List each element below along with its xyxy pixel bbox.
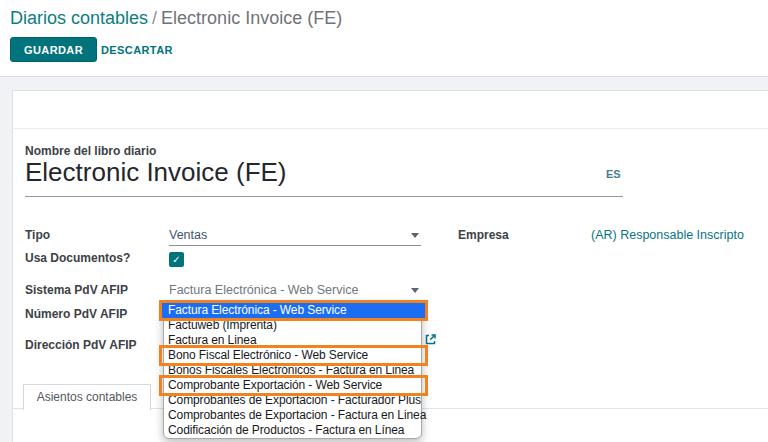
dropdown-option[interactable]: Factura Electrónica - Web Service xyxy=(162,303,425,318)
tipo-select[interactable]: Ventas xyxy=(169,228,207,242)
sistema-pdv-label: Sistema PdV AFIP xyxy=(25,283,128,297)
odoo-journal-form-screen: Diarios contables/Electronic Invoice (FE… xyxy=(0,0,768,442)
breadcrumb: Diarios contables/Electronic Invoice (FE… xyxy=(10,8,342,29)
dropdown-option[interactable]: Comprobante Exportación - Web Service xyxy=(162,378,425,393)
caret-down-icon[interactable] xyxy=(411,233,419,238)
discard-button[interactable]: DESCARTAR xyxy=(93,37,181,62)
usa-documentos-label: Usa Documentos? xyxy=(25,251,130,265)
empresa-label: Empresa xyxy=(458,228,509,242)
dropdown-option[interactable]: Factura en Linea xyxy=(164,333,421,348)
sistema-pdv-select[interactable]: Factura Electrónica - Web Service xyxy=(169,283,358,297)
dropdown-option[interactable]: Factuweb (Imprenta) xyxy=(164,318,421,333)
journal-name-label: Nombre del libro diario xyxy=(25,144,156,158)
usa-documentos-checkbox[interactable]: ✓ xyxy=(169,252,184,267)
form-statusbar xyxy=(13,91,768,129)
dropdown-option[interactable]: Bonos Fiscales Electrónicos - Factura en… xyxy=(164,363,421,378)
breadcrumb-separator: / xyxy=(148,8,161,28)
dropdown-option[interactable]: Comprobantes de Exportacion - Factura en… xyxy=(164,408,421,423)
numero-pdv-label: Número PdV AFIP xyxy=(25,307,127,321)
journal-name-input[interactable]: Electronic Invoice (FE) xyxy=(25,157,287,188)
journal-name-underline xyxy=(25,196,623,197)
dropdown-option[interactable]: Comprobantes de Exportacion - Facturador… xyxy=(164,393,421,408)
external-link-icon[interactable] xyxy=(424,332,437,350)
tab-asientos-contables[interactable]: Asientos contables xyxy=(23,384,151,410)
save-button[interactable]: GUARDAR xyxy=(10,37,97,62)
tipo-underline xyxy=(169,245,421,246)
translation-badge[interactable]: ES xyxy=(606,168,621,180)
sistema-pdv-dropdown: Factura Electrónica - Web Service Factuw… xyxy=(163,302,422,439)
control-panel: Diarios contables/Electronic Invoice (FE… xyxy=(0,0,768,77)
checkmark-icon: ✓ xyxy=(172,254,180,265)
direccion-pdv-label: Dirección PdV AFIP xyxy=(25,338,137,352)
breadcrumb-parent[interactable]: Diarios contables xyxy=(10,8,148,28)
dropdown-option[interactable]: Codificación de Productos - Factura en L… xyxy=(164,423,421,438)
dropdown-option[interactable]: Bono Fiscal Electrónico - Web Service xyxy=(162,348,425,363)
breadcrumb-current: Electronic Invoice (FE) xyxy=(161,8,342,28)
caret-down-icon[interactable] xyxy=(411,288,419,293)
tipo-label: Tipo xyxy=(25,228,50,242)
empresa-link[interactable]: (AR) Responsable Inscripto xyxy=(591,228,744,242)
